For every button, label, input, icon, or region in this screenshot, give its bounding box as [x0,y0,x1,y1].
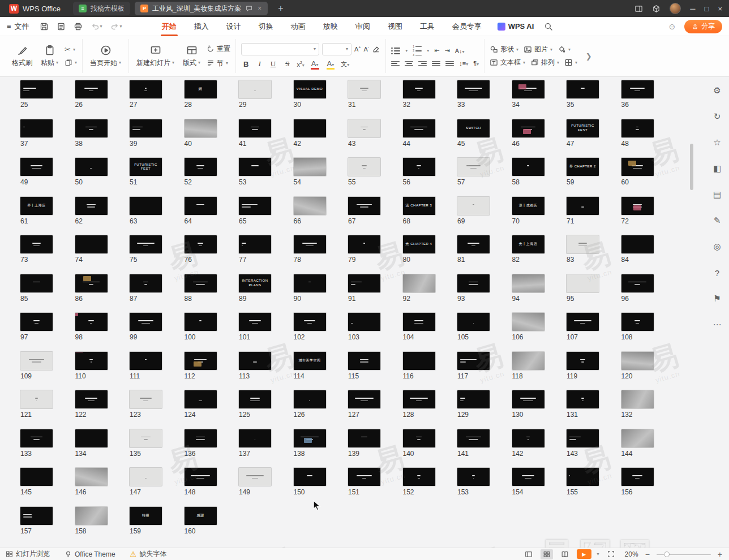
slide-thumbnail[interactable] [348,274,380,292]
app-logo-chip[interactable]: W WPS Office [3,0,68,17]
slide-thumbnail[interactable] [457,352,490,370]
slide-thumbnail[interactable] [75,80,108,98]
slide-thumbnail[interactable] [294,119,326,137]
bullet-list-button[interactable] [391,48,400,55]
slide-thumbnail[interactable]: 界丨上海店 [20,197,53,215]
menu-tab[interactable]: 放映 [322,17,339,36]
slide-thumbnail[interactable] [457,274,490,292]
slide-thumbnail[interactable]: 待續 [130,507,162,525]
slide-thumbnail[interactable] [20,390,53,408]
decrease-font-button[interactable]: A- [364,45,370,53]
slide-thumbnail[interactable] [239,158,271,176]
slide-thumbnail[interactable] [294,235,326,253]
character-shading-button[interactable]: 文▾ [341,60,349,68]
slide-thumbnail[interactable] [75,197,108,215]
align-right-button[interactable] [418,60,427,67]
minimize-button[interactable]: ─ [690,5,695,13]
menu-tab[interactable]: 设计 [225,17,242,36]
slide-thumbnail[interactable] [403,352,435,370]
export-pdf-button[interactable] [55,21,67,32]
slide-thumbnail[interactable] [403,274,435,292]
save-button[interactable] [38,21,50,32]
slide-thumbnail[interactable] [512,313,544,331]
slide-thumbnail[interactable] [20,274,53,292]
slide-thumbnail[interactable]: FUTURISTIC FEST [130,158,162,176]
slide-thumbnail[interactable] [185,274,217,292]
slide-thumbnail[interactable] [512,352,544,370]
slide-thumbnail[interactable] [403,158,435,176]
print-button[interactable] [72,21,84,32]
slide-thumbnail[interactable] [185,390,217,408]
slide-thumbnail[interactable] [239,429,271,447]
user-avatar[interactable] [670,3,681,14]
menu-tab[interactable]: 审阅 [354,17,371,36]
slide-thumbnail[interactable] [567,197,599,215]
new-slide-button[interactable]: 新建幻灯片▾ [134,44,177,69]
sync-icon[interactable]: ↻ [710,110,724,123]
slide-thumbnail[interactable] [567,80,599,98]
slide-thumbnail[interactable] [130,80,162,98]
slide-thumbnail[interactable] [294,313,326,331]
menu-tab[interactable]: 动画 [290,17,307,36]
slide-thumbnail[interactable] [457,197,490,215]
italic-button[interactable]: I [256,59,263,69]
format-painter-button[interactable]: 格式刷 [10,44,35,69]
reading-view-button[interactable] [559,549,571,559]
search-icon[interactable] [544,22,553,31]
distribute-button[interactable] [445,60,454,67]
maximize-button[interactable]: □ [705,5,709,13]
slide-thumbnail[interactable] [130,352,162,370]
slide-thumbnail[interactable] [130,390,162,408]
menu-tab[interactable]: 会员专享 [451,17,483,36]
align-left-button[interactable] [391,60,400,67]
settings-icon[interactable]: ⚙ [710,84,724,97]
slide-sorter-view-button[interactable] [541,549,553,559]
view-mode-indicator[interactable]: 幻灯片浏览 [6,549,50,559]
slide-thumbnail[interactable] [239,119,271,137]
justify-button[interactable] [432,60,440,67]
slide-thumbnail[interactable] [20,235,53,253]
insert-picture-button[interactable]: 图片▾ [524,45,552,54]
new-tab-button[interactable]: + [275,3,286,14]
slide-thumbnail[interactable] [567,235,599,253]
flag-icon[interactable]: ⚑ [710,292,724,305]
slide-thumbnail[interactable] [567,429,599,447]
missing-font-warning[interactable]: ⚠ 缺失字体 [130,549,167,559]
document-tab-active[interactable]: P 工业风_深圳_美妆集成店方案 × [135,2,268,15]
numbered-list-button[interactable]: 1 2 3 [413,45,422,57]
align-center-button[interactable] [405,60,413,67]
clear-format-button[interactable] [372,45,380,53]
slide-thumbnail[interactable] [20,80,53,98]
slide-thumbnail[interactable] [512,468,544,486]
cut-button[interactable]: ✂▾ [65,45,77,54]
location-icon[interactable]: ◎ [710,240,724,253]
slide-thumbnail[interactable] [348,80,380,98]
slide-thumbnail[interactable] [348,235,380,253]
slide-thumbnail[interactable] [185,235,217,253]
slide-thumbnail[interactable] [20,313,53,331]
bold-button[interactable]: B [241,59,251,69]
zoom-in-button[interactable]: + [717,550,723,559]
slide-thumbnail[interactable] [20,507,53,525]
slide-thumbnail[interactable] [567,468,599,486]
slide-thumbnail[interactable] [185,158,217,176]
slide-thumbnail[interactable] [348,158,380,176]
superscript-button[interactable]: x2▾ [297,61,304,68]
shape-flip-icon[interactable]: ◧ [710,162,724,175]
slide-thumbnail[interactable]: 網 [185,80,217,98]
reset-slide-button[interactable]: 重置 [207,44,230,54]
slide-thumbnail[interactable] [621,158,654,176]
zoom-slider-knob[interactable] [664,552,670,557]
slide-thumbnail[interactable] [75,507,108,525]
slide-thumbnail[interactable] [239,390,271,408]
wps-ai-button[interactable]: WPS AI [498,22,534,31]
slide-thumbnail[interactable]: SWITCH [457,119,490,137]
slide-thumbnail[interactable] [294,274,326,292]
decrease-indent-button[interactable]: ⇤ [434,47,439,54]
slide-thumbnail[interactable] [567,274,599,292]
zoom-out-button[interactable]: − [644,550,651,559]
line-spacing-button[interactable]: ↕≡▾ [459,60,468,67]
quick-style-button[interactable]: ▾ [564,58,577,67]
slide-thumbnail[interactable] [621,390,654,408]
slide-thumbnail[interactable] [75,158,108,176]
